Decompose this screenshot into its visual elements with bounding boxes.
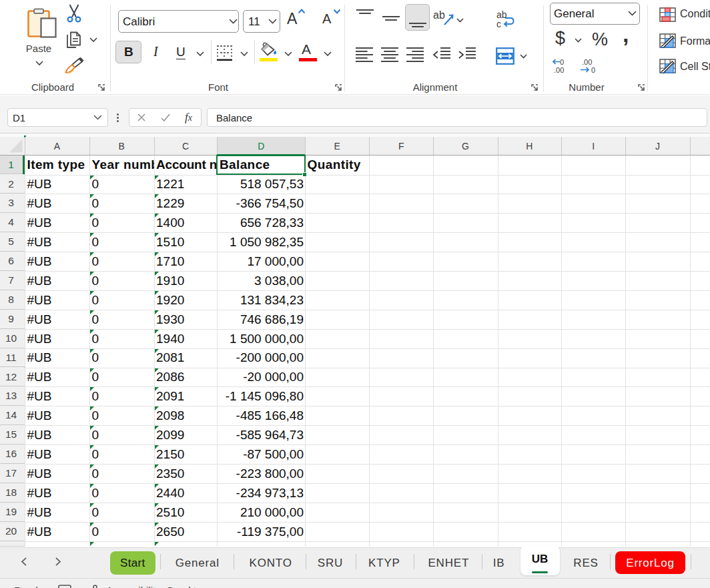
svg-text:0: 0	[591, 66, 595, 74]
svg-text:c: c	[496, 19, 501, 28]
svg-text:.00: .00	[582, 58, 592, 66]
svg-text:0: 0	[560, 58, 564, 66]
svg-text:ab: ab	[433, 9, 445, 21]
svg-text:.00: .00	[554, 66, 564, 74]
